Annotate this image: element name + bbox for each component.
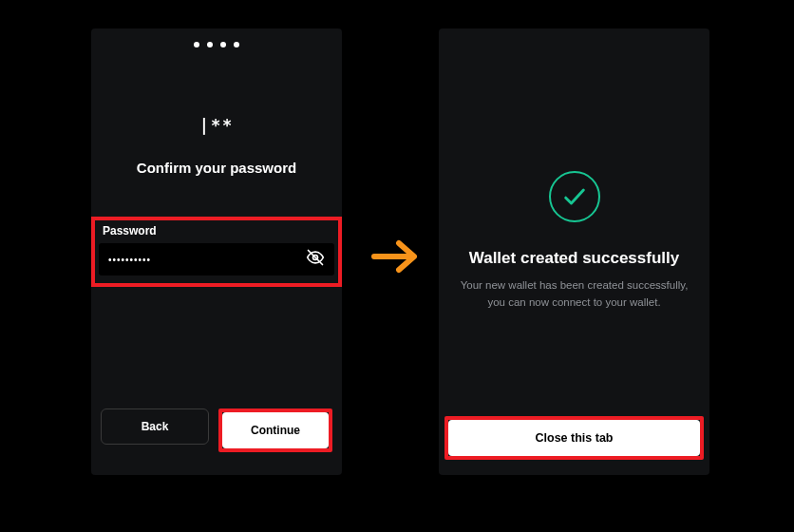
continue-button-highlight: Continue <box>218 408 332 452</box>
password-value: •••••••••• <box>108 255 306 265</box>
page-title: Confirm your password <box>91 160 342 176</box>
eye-off-icon[interactable] <box>306 248 325 271</box>
back-button[interactable]: Back <box>101 408 209 445</box>
success-screen: Wallet created successfully Your new wal… <box>439 28 709 475</box>
step-dot <box>207 42 213 48</box>
confirm-password-screen: |** Confirm your password Password •••••… <box>91 28 342 475</box>
success-check-icon <box>549 171 600 222</box>
close-tab-button[interactable]: Close this tab <box>448 420 700 456</box>
button-row: Back Continue <box>91 408 342 452</box>
arrow-right-icon <box>370 236 422 281</box>
password-mask-icon: |** <box>91 116 342 135</box>
step-dot <box>220 42 226 48</box>
success-description: Your new wallet has been created success… <box>439 277 709 312</box>
password-field-highlight: Password •••••••••• <box>91 217 342 287</box>
success-title: Wallet created successfully <box>439 249 709 268</box>
step-dot <box>234 42 239 48</box>
progress-stepper <box>91 28 342 48</box>
password-label: Password <box>95 220 338 238</box>
close-button-highlight: Close this tab <box>444 416 704 460</box>
step-dot <box>194 42 199 48</box>
continue-button[interactable]: Continue <box>222 412 329 448</box>
password-input[interactable]: •••••••••• <box>99 243 334 276</box>
